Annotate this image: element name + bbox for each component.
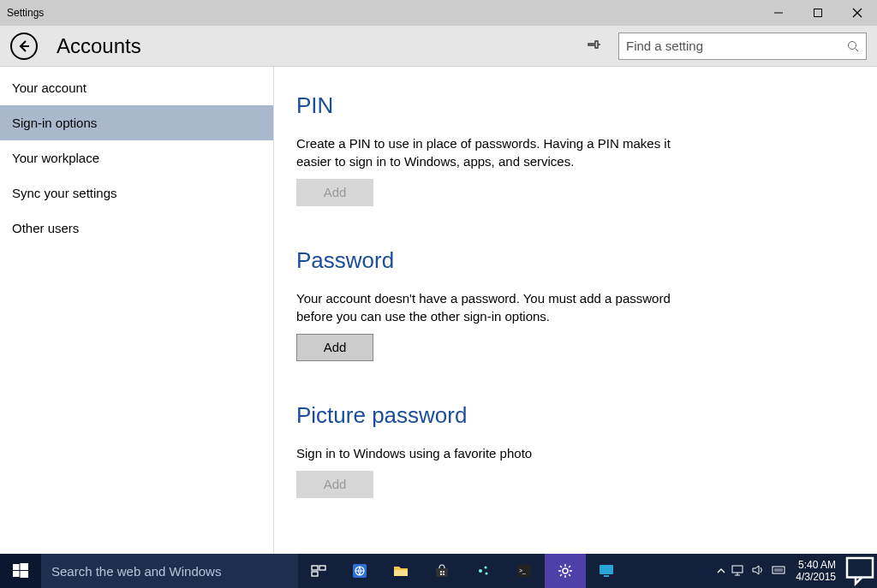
titlebar: Settings: [0, 0, 877, 26]
search-icon: [847, 40, 859, 52]
windows-logo-icon: [13, 563, 28, 579]
globe-icon: [351, 562, 368, 579]
pin-section-desc: Create a PIN to use in place of password…: [296, 134, 699, 170]
arrow-left-icon: [17, 39, 31, 53]
svg-rect-39: [732, 566, 743, 573]
svg-rect-22: [443, 573, 444, 575]
action-center-button[interactable]: [843, 554, 877, 588]
svg-rect-37: [600, 565, 613, 574]
sidebar-item-sync-settings[interactable]: Sync your settings: [0, 175, 273, 211]
svg-rect-14: [312, 572, 318, 576]
sidebar: Your account Sign-in options Your workpl…: [0, 67, 274, 554]
svg-rect-11: [21, 571, 29, 578]
taskbar-terminal-button[interactable]: >_: [504, 554, 545, 588]
sparkle-icon: [474, 562, 492, 579]
pin-add-button: Add: [296, 179, 373, 206]
svg-rect-21: [440, 573, 442, 575]
search-input[interactable]: Find a setting: [618, 33, 867, 60]
taskbar-search-placeholder: Search the web and Windows: [51, 564, 221, 579]
tray-keyboard-button[interactable]: [772, 563, 785, 579]
maximize-button[interactable]: [798, 0, 838, 26]
pin-icon: [586, 39, 601, 54]
volume-icon: [751, 563, 765, 577]
svg-rect-18: [394, 570, 408, 576]
svg-rect-9: [21, 563, 29, 570]
taskbar-edge-button[interactable]: [339, 554, 380, 588]
svg-line-33: [560, 566, 562, 567]
svg-point-23: [479, 569, 482, 573]
taskbar: Search the web and Windows >_: [0, 554, 877, 588]
svg-rect-45: [847, 558, 873, 578]
svg-rect-10: [13, 571, 20, 577]
main-panel: PIN Create a PIN to use in place of pass…: [274, 67, 877, 554]
notification-icon: [843, 554, 877, 588]
taskbar-apps: >_: [298, 554, 627, 588]
password-section-title: Password: [296, 247, 855, 274]
close-button[interactable]: [838, 0, 877, 26]
svg-rect-1: [814, 9, 822, 17]
system-tray: [731, 554, 789, 588]
svg-rect-12: [312, 566, 318, 570]
svg-rect-13: [319, 566, 325, 570]
password-section-desc: Your account doesn't have a password. Yo…: [296, 289, 699, 325]
minimize-button[interactable]: [759, 0, 798, 26]
svg-line-7: [856, 48, 859, 51]
svg-rect-20: [443, 571, 444, 573]
back-button[interactable]: [10, 33, 38, 60]
picture-password-section-desc: Sign in to Windows using a favorite phot…: [296, 444, 699, 462]
sidebar-item-your-workplace[interactable]: Your workplace: [0, 140, 273, 175]
svg-point-6: [849, 41, 856, 49]
taskbar-store-button[interactable]: [421, 554, 462, 588]
tray-volume-button[interactable]: [751, 563, 765, 579]
search-placeholder: Find a setting: [626, 39, 847, 53]
gear-icon: [557, 562, 574, 579]
terminal-icon: >_: [516, 562, 533, 579]
picture-password-add-button: Add: [296, 471, 373, 498]
svg-rect-38: [604, 575, 609, 577]
folder-icon: [392, 562, 409, 579]
svg-point-25: [486, 573, 488, 575]
svg-point-24: [485, 567, 487, 569]
task-view-button[interactable]: [298, 554, 339, 588]
svg-rect-19: [440, 571, 442, 573]
svg-point-28: [563, 568, 568, 573]
taskbar-search[interactable]: Search the web and Windows: [41, 554, 298, 588]
password-add-button[interactable]: Add: [296, 334, 373, 361]
keyboard-icon: [772, 563, 785, 577]
chevron-up-icon: [717, 567, 725, 575]
svg-line-36: [569, 566, 570, 567]
clock-date: 4/3/2015: [796, 571, 836, 583]
svg-rect-8: [13, 564, 20, 570]
network-icon: [731, 563, 744, 577]
taskbar-app-button[interactable]: [462, 554, 504, 588]
sidebar-item-sign-in-options[interactable]: Sign-in options: [0, 105, 273, 140]
svg-rect-42: [773, 567, 785, 573]
taskbar-explorer-button[interactable]: [380, 554, 421, 588]
content-area: Your account Sign-in options Your workpl…: [0, 67, 877, 554]
sidebar-item-your-account[interactable]: Your account: [0, 70, 273, 105]
store-icon: [433, 562, 450, 579]
tray-overflow-button[interactable]: [712, 554, 731, 588]
window-controls: [759, 0, 877, 26]
taskbar-settings-button[interactable]: [545, 554, 586, 588]
monitor-icon: [598, 562, 615, 579]
taskbar-clock[interactable]: 5:40 AM 4/3/2015: [789, 554, 843, 588]
svg-text:>_: >_: [519, 567, 526, 574]
svg-line-35: [560, 574, 562, 576]
window-title: Settings: [7, 7, 44, 19]
task-view-icon: [310, 562, 327, 579]
sidebar-item-other-users[interactable]: Other users: [0, 211, 273, 246]
taskbar-monitor-button[interactable]: [586, 554, 627, 588]
svg-line-34: [569, 574, 570, 576]
start-button[interactable]: [0, 554, 41, 588]
header-bar: Accounts Find a setting: [0, 26, 877, 67]
page-title: Accounts: [57, 34, 141, 58]
pin-section-title: PIN: [296, 92, 855, 119]
tray-network-button[interactable]: [731, 563, 744, 579]
pin-window-button[interactable]: [586, 39, 601, 54]
clock-time: 5:40 AM: [796, 559, 836, 571]
picture-password-section-title: Picture password: [296, 402, 855, 429]
